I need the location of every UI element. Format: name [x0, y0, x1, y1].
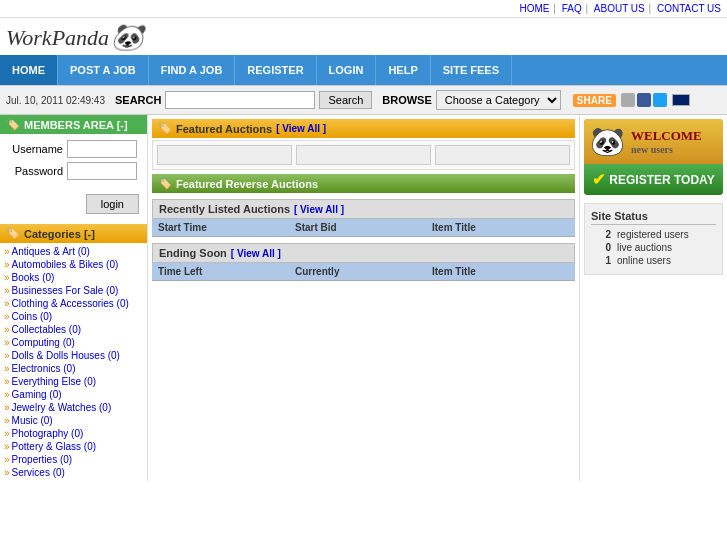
contact-link[interactable]: CONTACT US	[657, 3, 721, 14]
nav-login[interactable]: LOGIN	[317, 55, 377, 85]
ending-view-all-link[interactable]: [ View All ]	[231, 248, 281, 259]
username-input[interactable]	[67, 140, 137, 158]
category-item[interactable]: »Books (0)	[4, 271, 143, 284]
password-input[interactable]	[67, 162, 137, 180]
cat-arrow-icon: »	[4, 259, 10, 270]
top-links-bar: HOME | FAQ | ABOUT US | CONTACT US	[0, 0, 727, 18]
categories-header: 🏷️ Categories [-]	[0, 224, 147, 243]
status-row: 2registered users	[591, 229, 716, 240]
new-users-text: new users	[631, 144, 702, 155]
faq-link[interactable]: FAQ	[562, 3, 582, 14]
recent-col: Item Title	[432, 222, 569, 233]
nav-help[interactable]: HELP	[376, 55, 430, 85]
ending-soon-title: Ending Soon	[159, 247, 227, 259]
category-label: Gaming (0)	[12, 389, 62, 400]
featured-cell-3	[435, 145, 570, 165]
header: WorkPanda 🐼	[0, 18, 727, 55]
nav-find-job[interactable]: FIND A JOB	[149, 55, 236, 85]
category-item[interactable]: »Clothing & Accessories (0)	[4, 297, 143, 310]
recent-col: Start Bid	[295, 222, 432, 233]
featured-auctions-title: Featured Auctions	[176, 123, 272, 135]
reverse-auctions-title: Featured Reverse Auctions	[176, 178, 318, 190]
main-layout: 🏷️ MEMBERS AREA [-] Username Password lo…	[0, 115, 727, 481]
category-item[interactable]: »Pottery & Glass (0)	[4, 440, 143, 453]
right-panel: 🐼 WELCOME new users ✔ REGISTER TODAY Sit…	[579, 115, 727, 481]
category-item[interactable]: »Everything Else (0)	[4, 375, 143, 388]
category-label: Services (0)	[12, 467, 65, 478]
share-dot-2	[637, 93, 651, 107]
status-num: 2	[591, 229, 611, 240]
status-row: 1online users	[591, 255, 716, 266]
category-label: Properties (0)	[12, 454, 73, 465]
category-item[interactable]: »Properties (0)	[4, 453, 143, 466]
recent-table-header: Start TimeStart BidItem Title	[152, 219, 575, 237]
sidebar: 🏷️ MEMBERS AREA [-] Username Password lo…	[0, 115, 148, 481]
date-time: Jul. 10, 2011 02:49:43	[6, 95, 105, 106]
category-item[interactable]: »Antiques & Art (0)	[4, 245, 143, 258]
featured-cell-1	[157, 145, 292, 165]
category-label: Dolls & Dolls Houses (0)	[12, 350, 120, 361]
category-item[interactable]: »Automobiles & Bikes (0)	[4, 258, 143, 271]
status-num: 0	[591, 242, 611, 253]
members-area-header: 🏷️ MEMBERS AREA [-]	[0, 115, 147, 134]
nav-register[interactable]: REGISTER	[235, 55, 316, 85]
register-btn-label: REGISTER TODAY	[609, 173, 714, 187]
category-item[interactable]: »Dolls & Dolls Houses (0)	[4, 349, 143, 362]
category-label: Automobiles & Bikes (0)	[12, 259, 119, 270]
featured-auctions-row	[152, 140, 575, 170]
share-dot-3	[653, 93, 667, 107]
reverse-auctions-header: 🏷️ Featured Reverse Auctions	[152, 174, 575, 193]
featured-view-all-link[interactable]: [ View All ]	[276, 123, 326, 134]
status-rows: 2registered users0live auctions1online u…	[591, 229, 716, 266]
category-label: Books (0)	[12, 272, 55, 283]
cat-arrow-icon: »	[4, 350, 10, 361]
recent-col: Start Time	[158, 222, 295, 233]
category-item[interactable]: »Jewelry & Watches (0)	[4, 401, 143, 414]
category-item[interactable]: »Businesses For Sale (0)	[4, 284, 143, 297]
category-label: Jewelry & Watches (0)	[12, 402, 112, 413]
cat-arrow-icon: »	[4, 246, 10, 257]
welcome-panel: 🐼 WELCOME new users ✔ REGISTER TODAY	[584, 119, 723, 195]
welcome-inner: 🐼 WELCOME new users	[584, 119, 723, 164]
category-label: Everything Else (0)	[12, 376, 96, 387]
login-button[interactable]: login	[86, 194, 139, 214]
password-label: Password	[8, 165, 63, 177]
login-btn-wrap: login	[0, 190, 147, 218]
search-button[interactable]: Search	[319, 91, 372, 109]
recent-view-all-link[interactable]: [ View All ]	[294, 204, 344, 215]
nav-home[interactable]: HOME	[0, 55, 58, 85]
logo: WorkPanda 🐼	[6, 22, 143, 53]
category-item[interactable]: »Photography (0)	[4, 427, 143, 440]
cat-arrow-icon: »	[4, 285, 10, 296]
ending-table-header: Time LeftCurrentlyItem Title	[152, 263, 575, 281]
category-label: Clothing & Accessories (0)	[12, 298, 129, 309]
register-button[interactable]: ✔ REGISTER TODAY	[584, 164, 723, 195]
cat-arrow-icon: »	[4, 402, 10, 413]
welcome-text: WELCOME new users	[631, 128, 702, 155]
cat-arrow-icon: »	[4, 376, 10, 387]
nav-post-job[interactable]: POST A JOB	[58, 55, 149, 85]
category-item[interactable]: »Electronics (0)	[4, 362, 143, 375]
cat-arrow-icon: »	[4, 428, 10, 439]
username-row: Username	[8, 140, 139, 158]
category-item[interactable]: »Gaming (0)	[4, 388, 143, 401]
category-item[interactable]: »Collectables (0)	[4, 323, 143, 336]
cat-arrow-icon: »	[4, 272, 10, 283]
about-link[interactable]: ABOUT US	[594, 3, 645, 14]
search-input[interactable]	[165, 91, 315, 109]
category-item[interactable]: »Coins (0)	[4, 310, 143, 323]
nav-site-fees[interactable]: SITE FEES	[431, 55, 512, 85]
register-check-icon: ✔	[592, 170, 605, 189]
category-label: Pottery & Glass (0)	[12, 441, 96, 452]
main-content: 🏷️ Featured Auctions [ View All ] 🏷️ Fea…	[148, 115, 579, 481]
members-icon: 🏷️	[6, 118, 20, 131]
category-label: Computing (0)	[12, 337, 75, 348]
status-num: 1	[591, 255, 611, 266]
home-link[interactable]: HOME	[520, 3, 550, 14]
categories-icon: 🏷️	[6, 227, 20, 240]
cat-arrow-icon: »	[4, 441, 10, 452]
category-item[interactable]: »Music (0)	[4, 414, 143, 427]
category-item[interactable]: »Computing (0)	[4, 336, 143, 349]
category-select[interactable]: Choose a Category	[436, 90, 561, 110]
category-item[interactable]: »Services (0)	[4, 466, 143, 479]
